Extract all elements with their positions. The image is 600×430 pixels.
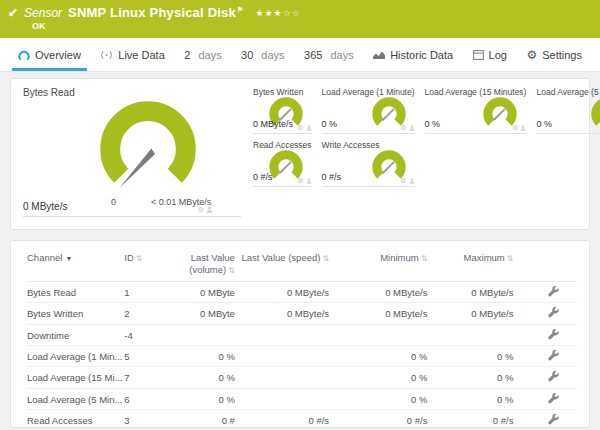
channel-id: 1	[124, 281, 167, 302]
overview-gauge-icon	[18, 50, 30, 60]
channel-settings-button[interactable]	[548, 350, 559, 361]
gauges-panel: Bytes Read 0 < 0.01 MByte/s 0 MByte/s ⚙ …	[10, 78, 590, 230]
channel-minimum: 0 %	[329, 367, 427, 388]
wrench-icon	[548, 329, 559, 340]
content-area: Bytes Read 0 < 0.01 MByte/s 0 MByte/s ⚙ …	[0, 72, 600, 428]
tab-historic-data[interactable]: Historic Data	[365, 38, 461, 71]
channel-name: Bytes Read	[27, 287, 124, 298]
wrench-icon	[548, 286, 559, 297]
sort-icon: ⇅	[136, 254, 143, 263]
channel-name: Downtime	[27, 330, 124, 341]
channel-maximum: 0 %	[427, 346, 513, 367]
channel-settings-button[interactable]	[548, 414, 559, 425]
channel-id: 7	[124, 367, 167, 388]
gauge-settings-icon[interactable]: ⚙	[512, 124, 518, 131]
gauge-scale-min: 0	[111, 197, 116, 207]
channel-maximum: 0 MByte/s	[427, 303, 513, 324]
mini-gauge-load-1min[interactable]: Load Average (1 Minute) 0 % ⚙	[322, 87, 415, 134]
channel-last-speed	[235, 388, 329, 409]
wrench-icon	[548, 307, 559, 318]
gauge-settings-icon[interactable]: ⚙	[297, 124, 303, 131]
table-row[interactable]: Load Average (15 Mi... 7 0 % 0 % 0 %	[27, 367, 577, 388]
primary-gauge[interactable]	[89, 95, 207, 199]
channels-table: Channel▼ ID⇅ Last Value (volume)⇅ Last V…	[27, 245, 577, 430]
channel-last-volume	[167, 324, 235, 345]
channel-last-volume: 0 MByte	[167, 303, 235, 324]
channel-name: Load Average (1 Min...	[27, 351, 124, 362]
status-check-icon: ✔	[8, 6, 18, 20]
mini-gauge-load-15min[interactable]: Load Average (15 Minutes) 0 % ⚙	[425, 87, 527, 134]
gauge-settings-icon[interactable]: ⚙	[400, 124, 406, 131]
col-header-last-volume[interactable]: Last Value (volume)⇅	[167, 245, 235, 281]
tab-overview[interactable]: Overview	[10, 38, 89, 71]
tab-live-data[interactable]: Live Data	[92, 38, 172, 71]
tab-30-days[interactable]: 30days	[233, 38, 293, 71]
channel-id: 3	[124, 410, 167, 430]
sort-icon: ⇅	[507, 254, 514, 263]
col-header-maximum[interactable]: Maximum⇅	[427, 245, 513, 281]
primary-gauge-value: 0 MByte/s	[23, 201, 67, 212]
mini-gauge-read-accesses[interactable]: Read Accesses 0 #/s ⚙	[253, 140, 312, 187]
channel-maximum: 0 %	[427, 388, 513, 409]
channel-name: Load Average (15 Mi...	[27, 372, 124, 383]
gauge-user-icon[interactable]	[520, 125, 526, 131]
mini-gauge-load-5min[interactable]: Load Average (5 Minutes) 0 % ⚙	[536, 87, 600, 134]
channel-last-volume: 0 MByte	[167, 281, 235, 302]
table-row[interactable]: Bytes Read 1 0 MByte 0 MByte/s 0 MByte/s…	[27, 281, 577, 302]
gauge-settings-icon[interactable]: ⚙	[297, 177, 303, 184]
gauge-user-icon[interactable]	[206, 206, 213, 213]
channel-maximum: 0 #/s	[427, 410, 513, 430]
channel-id: -4	[124, 324, 167, 345]
channel-last-volume: 0 #	[167, 410, 235, 430]
channel-maximum: 0 MByte/s	[427, 281, 513, 302]
gauge-settings-icon[interactable]: ⚙	[400, 177, 406, 184]
channel-settings-button[interactable]	[548, 393, 559, 404]
wrench-icon	[548, 393, 559, 404]
gauge-user-icon[interactable]	[409, 178, 415, 184]
tab-log[interactable]: Log	[465, 38, 515, 71]
broadcast-icon	[100, 50, 113, 60]
gauge-user-icon[interactable]	[306, 125, 312, 131]
mini-gauge-bytes-written[interactable]: Bytes Written 0 MByte/s ⚙	[253, 87, 312, 134]
channel-minimum: 0 MByte/s	[329, 303, 427, 324]
tab-settings[interactable]: ⚙ Settings	[518, 38, 590, 71]
sort-icon: ⇅	[322, 254, 329, 263]
sensor-header: ✔ Sensor SNMP Linux Physical Disk⚑ ★★★☆☆…	[0, 0, 600, 38]
table-row[interactable]: Load Average (5 Min... 6 0 % 0 % 0 %	[27, 388, 577, 409]
page-title: SNMP Linux Physical Disk⚑	[68, 5, 243, 20]
channel-settings-button[interactable]	[548, 286, 559, 297]
channel-name: Bytes Written	[27, 308, 124, 319]
channel-settings-button[interactable]	[548, 329, 559, 340]
channel-id: 6	[124, 388, 167, 409]
table-row[interactable]: Read Accesses 3 0 # 0 #/s 0 #/s 0 #/s	[27, 410, 577, 430]
channel-minimum: 0 %	[329, 346, 427, 367]
priority-stars[interactable]: ★★★☆☆	[255, 8, 300, 18]
wrench-icon	[548, 350, 559, 361]
channel-settings-button[interactable]	[548, 307, 559, 318]
mini-gauge-write-accesses[interactable]: Write Accesses 0 #/s ⚙	[322, 140, 415, 187]
settings-gear-icon: ⚙	[526, 49, 537, 61]
gauge-user-icon[interactable]	[409, 125, 415, 131]
table-row[interactable]: Load Average (1 Min... 5 0 % 0 % 0 %	[27, 346, 577, 367]
channel-id: 2	[124, 303, 167, 324]
channel-last-volume: 0 %	[167, 388, 235, 409]
channel-maximum: 0 %	[427, 367, 513, 388]
status-badge: OK	[32, 21, 590, 31]
channel-last-speed	[235, 324, 329, 345]
wrench-icon	[548, 414, 559, 425]
gauge[interactable]	[588, 95, 600, 131]
table-row[interactable]: Bytes Written 2 0 MByte 0 MByte/s 0 MByt…	[27, 303, 577, 324]
channel-settings-button[interactable]	[548, 371, 559, 382]
tab-365-days[interactable]: 365days	[296, 38, 362, 71]
primary-gauge-cell[interactable]: Bytes Read 0 < 0.01 MByte/s 0 MByte/s ⚙	[23, 87, 241, 217]
tab-2-days[interactable]: 2days	[176, 38, 229, 71]
col-header-channel[interactable]: Channel▼	[27, 245, 124, 281]
col-header-last-speed[interactable]: Last Value (speed)⇅	[235, 245, 329, 281]
wrench-icon	[548, 371, 559, 382]
table-row[interactable]: Downtime -4	[27, 324, 577, 345]
col-header-minimum[interactable]: Minimum⇅	[329, 245, 427, 281]
gauge-user-icon[interactable]	[306, 178, 312, 184]
gauge-settings-icon[interactable]: ⚙	[198, 206, 204, 213]
col-header-id[interactable]: ID⇅	[124, 245, 167, 281]
channel-last-speed: 0 MByte/s	[235, 303, 329, 324]
